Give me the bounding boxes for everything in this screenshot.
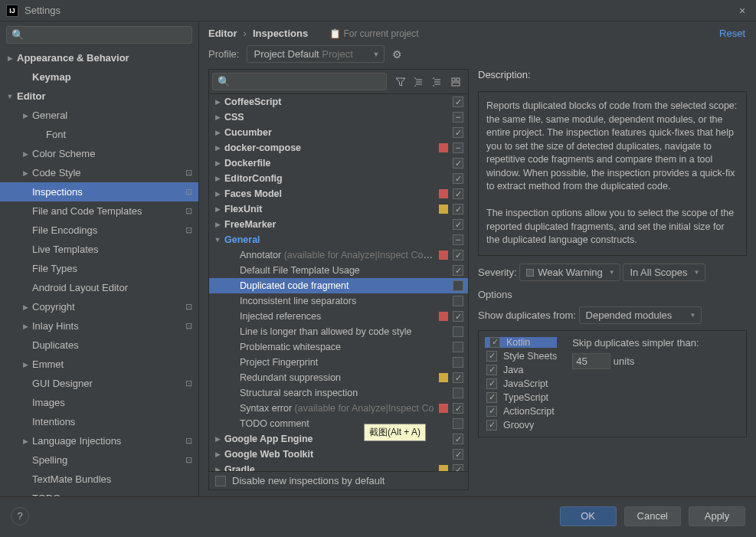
sidebar-item-copyright[interactable]: Copyright⊡	[0, 297, 198, 316]
sidebar-item-todo[interactable]: TODO	[0, 489, 198, 496]
lang-checkbox[interactable]	[486, 420, 497, 431]
scope-select[interactable]: In All Scopes	[623, 264, 705, 281]
close-icon[interactable]: ×	[735, 5, 750, 17]
inspection-row[interactable]: CSS	[209, 110, 468, 125]
group-icon[interactable]	[447, 74, 465, 90]
inspection-row[interactable]: Inconsistent line separators	[209, 293, 468, 309]
gear-icon[interactable]: ⚙	[392, 48, 402, 61]
inspection-checkbox[interactable]	[453, 372, 463, 383]
inspection-row[interactable]: Gradle	[209, 462, 468, 471]
lang-item-actionscript[interactable]: ActionScript	[485, 406, 557, 417]
inspection-checkbox[interactable]	[453, 250, 463, 260]
collapse-all-icon[interactable]	[428, 74, 447, 90]
lang-item-groovy[interactable]: Groovy	[485, 420, 557, 431]
inspection-row[interactable]: Structural search inspection	[209, 385, 468, 401]
inspection-row[interactable]: Faces Model	[209, 186, 468, 201]
inspection-row[interactable]: Syntax error (available for Analyze|Insp…	[209, 401, 468, 416]
inspection-row[interactable]: Cucumber	[209, 125, 468, 140]
inspection-checkbox[interactable]	[453, 112, 463, 123]
inspection-row[interactable]: Google App Engine	[209, 431, 468, 447]
lang-checkbox[interactable]	[486, 351, 497, 362]
sidebar-item-language-injections[interactable]: Language Injections⊡	[0, 431, 198, 450]
lang-item-java[interactable]: Java	[485, 365, 557, 375]
sidebar-item-file-types[interactable]: File Types	[0, 259, 198, 278]
sidebar-item-file-and-code-templates[interactable]: File and Code Templates⊡	[0, 201, 198, 221]
sidebar-item-inlay-hints[interactable]: Inlay Hints⊡	[0, 316, 198, 336]
sidebar-item-general[interactable]: General	[0, 106, 198, 125]
lang-checkbox[interactable]	[489, 337, 500, 348]
help-button[interactable]: ?	[11, 507, 29, 526]
ok-button[interactable]: OK	[560, 506, 617, 526]
inspection-row[interactable]: Problematic whitespace	[209, 339, 468, 355]
severity-select[interactable]: Weak Warning	[519, 264, 620, 281]
disable-new-checkbox[interactable]	[215, 476, 226, 486]
sidebar-item-gui-designer[interactable]: GUI Designer⊡	[0, 374, 198, 393]
sidebar-item-images[interactable]: Images	[0, 393, 198, 412]
lang-item-style-sheets[interactable]: Style Sheets	[485, 351, 557, 362]
sidebar-item-color-scheme[interactable]: Color Scheme	[0, 144, 198, 163]
inspection-row[interactable]: Default File Template Usage	[209, 263, 468, 278]
sidebar-item-android-layout-editor[interactable]: Android Layout Editor	[0, 278, 198, 297]
inspection-row[interactable]: General	[209, 232, 468, 247]
lang-checkbox[interactable]	[486, 365, 497, 375]
inspection-checkbox[interactable]	[453, 434, 463, 444]
inspection-checkbox[interactable]	[453, 388, 463, 398]
sidebar-item-live-templates[interactable]: Live Templates	[0, 240, 198, 259]
inspection-row[interactable]: EditorConfig	[209, 171, 468, 186]
inspection-checkbox[interactable]	[453, 418, 463, 429]
expand-all-icon[interactable]	[410, 74, 428, 90]
lang-checkbox[interactable]	[486, 378, 497, 389]
sidebar-item-file-encodings[interactable]: File Encodings⊡	[0, 221, 198, 240]
sidebar-item-font[interactable]: Font	[0, 125, 198, 144]
sidebar-search-input[interactable]	[6, 26, 192, 44]
inspection-checkbox[interactable]	[453, 173, 463, 184]
inspection-checkbox[interactable]	[453, 296, 463, 306]
lang-checkbox[interactable]	[486, 406, 497, 417]
profile-select[interactable]: Project Default Project	[247, 45, 385, 63]
inspection-checkbox[interactable]	[453, 188, 463, 199]
inspection-row[interactable]: FreeMarker	[209, 217, 468, 232]
inspection-checkbox[interactable]	[453, 97, 463, 107]
inspection-row[interactable]: Line is longer than allowed by code styl…	[209, 324, 468, 339]
inspections-tree[interactable]: CoffeeScriptCSSCucumberdocker-composeDoc…	[209, 94, 468, 471]
inspection-checkbox[interactable]	[453, 158, 463, 169]
sidebar-item-intentions[interactable]: Intentions	[0, 412, 198, 431]
breadcrumb-editor[interactable]: Editor	[208, 28, 237, 39]
inspection-checkbox[interactable]	[453, 326, 463, 337]
inspection-checkbox[interactable]	[453, 280, 463, 291]
inspection-row[interactable]: Duplicated code fragment	[209, 278, 468, 293]
filter-icon[interactable]	[391, 74, 410, 90]
reset-link[interactable]: Reset	[719, 28, 745, 39]
lang-checkbox[interactable]	[486, 392, 497, 403]
inspection-checkbox[interactable]	[453, 464, 463, 471]
inspection-checkbox[interactable]	[453, 142, 463, 153]
sidebar-item-appearance-behavior[interactable]: Appearance & Behavior	[0, 48, 198, 67]
settings-tree[interactable]: Appearance & BehaviorKeymapEditorGeneral…	[0, 48, 198, 496]
inspection-checkbox[interactable]	[453, 403, 463, 414]
sidebar-item-spelling[interactable]: Spelling⊡	[0, 450, 198, 470]
inspection-row[interactable]: TODO comment	[209, 416, 468, 431]
inspection-checkbox[interactable]	[453, 342, 463, 352]
inspections-search-input[interactable]	[212, 73, 387, 90]
lang-item-kotlin[interactable]: Kotlin	[485, 337, 557, 348]
inspection-row[interactable]: Project Fingerprint	[209, 355, 468, 370]
sidebar-item-emmet[interactable]: Emmet	[0, 355, 198, 374]
sidebar-item-textmate-bundles[interactable]: TextMate Bundles	[0, 470, 198, 489]
inspection-row[interactable]: Annotator (available for Analyze|Inspect…	[209, 247, 468, 263]
inspection-row[interactable]: CoffeeScript	[209, 94, 468, 110]
apply-button[interactable]: Apply	[689, 506, 745, 526]
sidebar-item-code-style[interactable]: Code Style⊡	[0, 163, 198, 182]
cancel-button[interactable]: Cancel	[624, 506, 681, 526]
sidebar-item-inspections[interactable]: Inspections⊡	[0, 182, 198, 201]
skip-value-input[interactable]	[572, 353, 610, 369]
inspection-checkbox[interactable]	[453, 311, 463, 322]
inspection-row[interactable]: docker-compose	[209, 140, 468, 156]
inspection-row[interactable]: Dockerfile	[209, 156, 468, 171]
inspection-row[interactable]: Google Web Toolkit	[209, 447, 468, 462]
sidebar-item-keymap[interactable]: Keymap	[0, 67, 198, 87]
inspection-checkbox[interactable]	[453, 127, 463, 138]
inspection-checkbox[interactable]	[453, 357, 463, 368]
show-duplicates-select[interactable]: Depended modules	[579, 306, 702, 324]
inspection-checkbox[interactable]	[453, 234, 463, 245]
inspection-checkbox[interactable]	[453, 449, 463, 460]
